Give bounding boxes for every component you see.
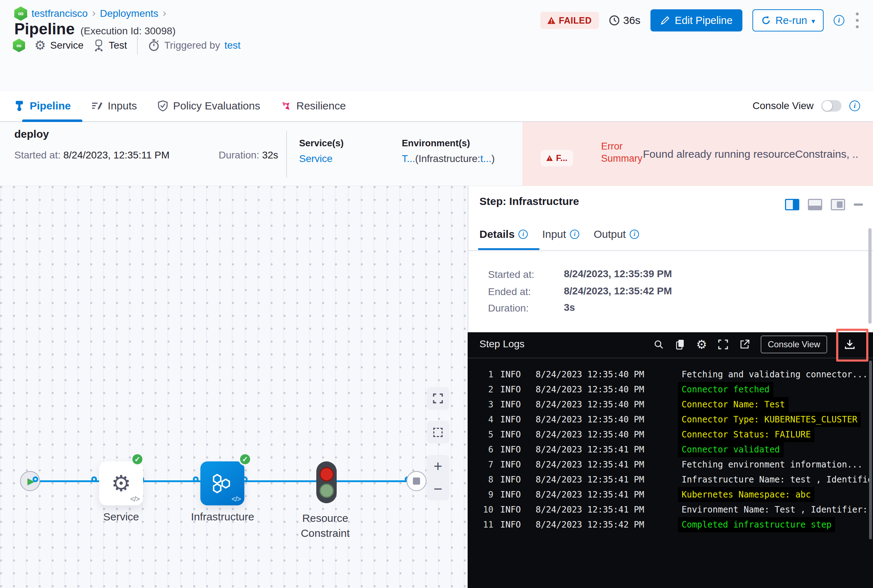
error-badge-label: F... xyxy=(556,153,568,163)
code-glyph: </> xyxy=(231,495,241,503)
breadcrumb-separator: › xyxy=(92,7,96,20)
infrastructure-link[interactable]: t... xyxy=(480,153,491,164)
marquee-select-button[interactable] xyxy=(427,421,449,444)
log-message: Kubernetes Namespace: abc xyxy=(678,487,814,502)
log-line: 6INFO8/24/2023 12:35:41 PMConnector vali… xyxy=(467,442,873,457)
layout-right-view-icon[interactable] xyxy=(785,199,799,210)
details-info-icon[interactable]: i xyxy=(518,230,528,239)
edge-port xyxy=(33,476,38,482)
log-message: Infrastructure Name: test , Identifier: … xyxy=(682,472,871,487)
warning-icon xyxy=(547,17,555,24)
success-check-icon: ✓ xyxy=(239,453,251,466)
layout-minimized-view-icon[interactable] xyxy=(831,199,845,210)
open-in-new-icon[interactable] xyxy=(739,339,750,350)
started-at-label: Started at: xyxy=(488,269,534,280)
pipeline-execution-page: ∞ testfrancisco › Deployments › Pipeline… xyxy=(0,0,873,588)
step-logs-title: Step Logs xyxy=(479,338,524,350)
log-line: 5INFO8/24/2023 12:35:40 PMConnector Stat… xyxy=(467,427,873,442)
tab-input-label: Input xyxy=(542,228,566,240)
stage-name[interactable]: deploy xyxy=(14,128,49,140)
edit-pipeline-label: Edit Pipeline xyxy=(675,15,732,27)
error-summary-message: Found already running resourceConstrains… xyxy=(643,148,858,160)
layout-bottom-view-icon[interactable] xyxy=(808,199,822,210)
stopwatch-icon xyxy=(148,39,160,52)
breadcrumb-deployments-link[interactable]: Deployments xyxy=(100,8,158,20)
pencil-icon xyxy=(661,16,670,25)
warning-icon xyxy=(546,155,553,161)
tab-pipeline-label: Pipeline xyxy=(30,100,71,112)
search-icon[interactable] xyxy=(653,339,664,350)
log-line: 7INFO8/24/2023 12:35:41 PMFetching envir… xyxy=(467,457,873,472)
zoom-in-button[interactable]: + xyxy=(434,459,443,474)
edit-pipeline-button[interactable]: Edit Pipeline xyxy=(651,9,742,32)
console-view-button[interactable]: Console View xyxy=(761,336,827,353)
fullscreen-icon[interactable] xyxy=(718,339,729,350)
page-title: Pipeline xyxy=(14,20,75,38)
tab-pipeline[interactable]: Pipeline xyxy=(14,100,71,112)
tab-inputs[interactable]: Inputs xyxy=(92,100,137,112)
service-step-node[interactable]: ⚙ </> xyxy=(99,461,143,506)
execution-id: (Execution Id: 30098) xyxy=(81,26,176,37)
error-status-badge: F... xyxy=(541,150,573,166)
refresh-icon xyxy=(761,15,771,26)
tab-input[interactable]: Input i xyxy=(542,228,579,240)
stage-duration: Duration: 32s xyxy=(219,150,278,161)
services-value-link[interactable]: Service xyxy=(299,153,332,165)
minimize-panel-button[interactable] xyxy=(854,204,863,206)
tab-resilience[interactable]: Resilience xyxy=(281,100,346,112)
tab-policy-evaluations-label: Policy Evaluations xyxy=(173,100,260,112)
end-node[interactable] xyxy=(406,471,427,491)
log-message: Connector Name: Test xyxy=(678,397,789,412)
log-settings-gear-icon[interactable]: ⚙ xyxy=(696,339,707,350)
rerun-label: Re-run xyxy=(775,15,807,27)
annotation-highlight-box xyxy=(836,329,868,362)
duration-label: Duration: xyxy=(488,303,529,314)
duration-value: 3s xyxy=(564,302,575,314)
tab-output[interactable]: Output i xyxy=(594,228,639,240)
clock-icon xyxy=(609,15,620,26)
tab-output-label: Output xyxy=(594,228,626,240)
success-check-icon: ✓ xyxy=(131,453,144,466)
fullscreen-icon xyxy=(433,393,443,404)
environment-icon xyxy=(93,39,104,51)
resource-constraint-node[interactable] xyxy=(316,461,337,503)
meta-service-label: Service xyxy=(50,40,83,51)
info-icon[interactable]: i xyxy=(834,15,844,26)
ended-at-label: Ended at: xyxy=(488,286,531,298)
more-options-menu[interactable] xyxy=(854,11,860,30)
tab-policy-evaluations[interactable]: Policy Evaluations xyxy=(158,100,260,112)
elapsed-time: 36s xyxy=(609,14,640,27)
services-label: Service(s) xyxy=(299,138,344,149)
infrastructure-step-node[interactable]: </> xyxy=(200,461,244,506)
output-info-icon[interactable]: i xyxy=(630,230,639,239)
input-info-icon[interactable]: i xyxy=(570,230,579,239)
environments-label: Environment(s) xyxy=(402,138,470,149)
service-gear-icon: ⚙ xyxy=(35,38,46,53)
copy-icon[interactable] xyxy=(675,339,685,350)
pipeline-graph-canvas[interactable]: ▶ ⚙ </> ✓ Service </> ✓ Infrastructure xyxy=(0,186,467,588)
tab-details[interactable]: Details i xyxy=(479,228,528,240)
environments-value[interactable]: T...(Infrastructure:t...) xyxy=(402,153,495,165)
log-message: Environment Name: Test , Identifier: Tes… xyxy=(682,502,871,517)
panel-scrollbar[interactable] xyxy=(868,228,871,324)
log-message: Fetching and validating connector... xyxy=(682,367,868,382)
log-message: Connector fetched xyxy=(678,382,773,397)
edge-port xyxy=(193,476,198,482)
active-detail-tab-underline xyxy=(478,248,539,250)
fit-to-screen-button[interactable] xyxy=(427,387,449,410)
console-view-info-icon[interactable]: i xyxy=(849,100,860,111)
rerun-button[interactable]: Re-run ▾ xyxy=(753,9,823,32)
started-at-value: 8/24/2023, 12:35:39 PM xyxy=(564,268,672,280)
header-actions: FAILED 36s Edit Pipeline Re-run ▾ i xyxy=(540,9,860,32)
environment-link[interactable]: T... xyxy=(402,153,415,164)
traffic-light-red xyxy=(320,467,334,482)
log-line: 4INFO8/24/2023 12:35:40 PMConnector Type… xyxy=(467,412,873,427)
service-gear-icon: ⚙ xyxy=(111,470,131,496)
pipeline-meta-row: ∞ ⚙ Service Test Triggered by test xyxy=(13,36,240,55)
logs-scrollbar[interactable] xyxy=(869,360,872,539)
breadcrumb-project-link[interactable]: testfrancisco xyxy=(32,8,88,20)
log-message: Fetching environment information... xyxy=(682,457,862,472)
zoom-out-button[interactable]: − xyxy=(434,482,443,496)
console-view-toggle[interactable] xyxy=(822,100,841,112)
trigger-user-link[interactable]: test xyxy=(224,40,240,51)
